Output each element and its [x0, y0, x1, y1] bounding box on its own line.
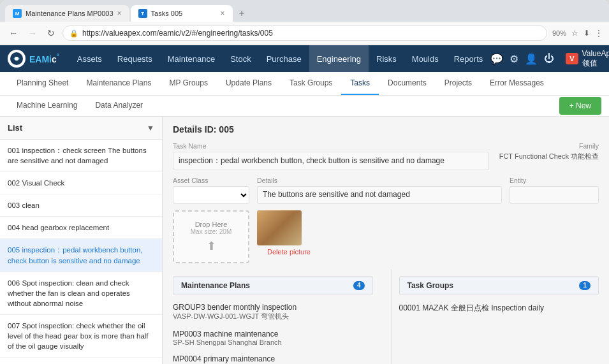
family-value: FCT Functional Check 功能检查	[497, 152, 599, 161]
list-item-004[interactable]: 004 head gearbox replacement	[0, 217, 162, 239]
drop-max-size-text: Max size: 20M	[180, 228, 242, 235]
plans-task-groups-area: Maintenance Plans 4 GROUP3 bender monthl…	[173, 270, 599, 364]
main-nav: Assets Requests Maintenance Stock Purcha…	[70, 45, 490, 72]
subnav-maintenance-plans[interactable]: Maintenance Plans	[77, 72, 160, 95]
task-name-value: inspection：pedal workbench button, check…	[173, 152, 489, 170]
list-header: List ▼	[0, 117, 162, 140]
list-panel: List ▼ 001 inspection：check screen The b…	[0, 117, 163, 364]
drop-zone[interactable]: Drop Here Max size: 20M ⬆	[173, 210, 249, 263]
settings-icon[interactable]: ⚙	[510, 53, 518, 65]
tab-close-1[interactable]: ×	[117, 9, 122, 18]
chat-icon[interactable]: 💬	[490, 53, 503, 65]
list-item-001[interactable]: 001 inspection：check screen The buttons …	[0, 140, 162, 172]
plan-sub-1: VASP-DW-WGJ-001-WGJT 弯管机头	[173, 312, 373, 321]
nav-engineering[interactable]: Engineering	[309, 45, 369, 72]
asset-class-select[interactable]	[173, 186, 249, 204]
task-group-item-1: 00001 MAZAK 全般日点检 Inspection daily	[399, 299, 599, 318]
task-image	[257, 210, 302, 245]
subnav-documents[interactable]: Documents	[379, 72, 436, 95]
task-groups-count: 1	[579, 281, 591, 290]
back-button[interactable]: ←	[6, 27, 20, 40]
details-text-value: The buttons are sensitive and not damage…	[257, 186, 502, 204]
subnav-error-messages[interactable]: Error Messages	[481, 72, 553, 95]
maintenance-plans-header: Maintenance Plans 4	[173, 276, 373, 295]
zoom-level: 90%	[552, 29, 566, 37]
nav-risks[interactable]: Risks	[369, 45, 404, 72]
list-item-006[interactable]: 006 Spot inspection: clean and check whe…	[0, 272, 162, 315]
list-item-007[interactable]: 007 Spot inspection: check whether the o…	[0, 315, 162, 358]
family-label: Family	[497, 142, 599, 150]
subnav-data-analyzer[interactable]: Data Analyzer	[86, 96, 152, 116]
brand-area: V ValueApex 领值	[566, 49, 609, 69]
tab-close-2[interactable]: ×	[221, 9, 225, 18]
sub-nav-row1: Planning Sheet Maintenance Plans MP Grou…	[0, 72, 609, 96]
browser-tab-bar: M Maintenance Plans MP0003 × T Tasks 005…	[0, 0, 609, 22]
power-icon[interactable]: ⏻	[544, 53, 554, 64]
browser-toolbar: ← → ↻ 🔒 90% ☆ ⬇ ⋮	[0, 22, 609, 45]
list-items: 001 inspection：check screen The buttons …	[0, 140, 162, 364]
subnav-update-plans[interactable]: Update Plans	[217, 72, 281, 95]
drop-here-text: Drop Here	[180, 221, 242, 228]
main-content: List ▼ 001 inspection：check screen The b…	[0, 117, 609, 364]
logo-text: EAMic°	[29, 53, 59, 64]
nav-purchase[interactable]: Purchase	[259, 45, 309, 72]
task-name-row: Task Name inspection：pedal workbench but…	[173, 142, 599, 170]
nav-reports[interactable]: Reports	[446, 45, 491, 72]
entity-col: Entity	[510, 177, 599, 204]
tab-maintenance-plans[interactable]: M Maintenance Plans MP0003 ×	[5, 5, 129, 22]
list-item-003[interactable]: 003 clean	[0, 194, 162, 217]
plan-name-2: MP0003 machine maintenance	[173, 330, 373, 339]
upload-icon[interactable]: ⬆	[180, 239, 242, 253]
lock-icon: 🔒	[70, 29, 78, 38]
plan-item-3: MP0004 primary maintenance VASP-DW-WGJ-0…	[173, 351, 373, 364]
list-item-002[interactable]: 002 Visual Check	[0, 172, 162, 194]
tab-favicon-1: M	[13, 9, 22, 18]
sub-nav-row2: Machine Learning Data Analyzer + New	[0, 96, 609, 117]
logo-icon	[8, 50, 26, 68]
subnav-machine-learning[interactable]: Machine Learning	[8, 96, 86, 116]
nav-maintenance[interactable]: Maintenance	[160, 45, 223, 72]
app-header: EAMic° Assets Requests Maintenance Stock…	[0, 45, 609, 72]
task-groups-header: Task Groups 1	[399, 276, 599, 295]
list-title: List	[8, 123, 22, 133]
tab-label-1: Maintenance Plans MP0003	[26, 10, 114, 17]
asset-drop-area: Drop Here Max size: 20M ⬆ Delete picture	[173, 210, 599, 263]
nav-requests[interactable]: Requests	[110, 45, 160, 72]
bookmark-icon[interactable]: ☆	[571, 29, 578, 38]
list-item-005[interactable]: 005 inspection：pedal workbench button, c…	[0, 239, 162, 272]
nav-stock[interactable]: Stock	[223, 45, 259, 72]
forward-button[interactable]: →	[26, 27, 40, 40]
entity-label: Entity	[510, 177, 599, 184]
list-item-008[interactable]: 008 Inspection check: the whole machine …	[0, 358, 162, 364]
refresh-button[interactable]: ↻	[45, 27, 57, 40]
subnav-planning-sheet[interactable]: Planning Sheet	[8, 72, 77, 95]
new-tab-button[interactable]: +	[234, 5, 250, 22]
tab-tasks[interactable]: T Tasks 005 ×	[131, 5, 233, 22]
subnav-projects[interactable]: Projects	[436, 72, 481, 95]
user-icon[interactable]: 👤	[525, 53, 538, 65]
task-groups-section: Task Groups 1 00001 MAZAK 全般日点检 Inspecti…	[391, 270, 599, 364]
details-text-col: Details The buttons are sensitive and no…	[257, 177, 502, 204]
more-icon[interactable]: ⋮	[595, 29, 603, 38]
details-panel: Details ID: 005 Task Name inspection：ped…	[163, 117, 609, 364]
maintenance-plans-section: Maintenance Plans 4 GROUP3 bender monthl…	[173, 270, 381, 364]
maintenance-plans-label: Maintenance Plans	[181, 281, 250, 290]
new-button[interactable]: + New	[559, 97, 601, 115]
subnav-task-groups[interactable]: Task Groups	[281, 72, 341, 95]
entity-value	[510, 186, 599, 204]
nav-assets[interactable]: Assets	[70, 45, 110, 72]
download-icon[interactable]: ⬇	[583, 29, 590, 38]
address-bar[interactable]: 🔒	[62, 25, 547, 41]
subnav-tasks[interactable]: Tasks	[341, 72, 379, 95]
subnav-mp-groups[interactable]: MP Groups	[160, 72, 216, 95]
logo-svg	[10, 52, 24, 66]
nav-moulds[interactable]: Moulds	[404, 45, 446, 72]
task-name-label: Task Name	[173, 142, 489, 150]
plan-name-3: MP0004 primary maintenance	[173, 354, 373, 363]
browser-window: M Maintenance Plans MP0003 × T Tasks 005…	[0, 0, 609, 364]
plan-item-2: MP0003 machine maintenance SP-SH Shengpa…	[173, 326, 373, 351]
delete-picture-btn[interactable]: Delete picture	[257, 248, 321, 256]
filter-icon[interactable]: ▼	[147, 124, 154, 133]
plan-sub-2: SP-SH Shengpai Shanghai Branch	[173, 339, 373, 346]
url-input[interactable]	[82, 29, 540, 38]
